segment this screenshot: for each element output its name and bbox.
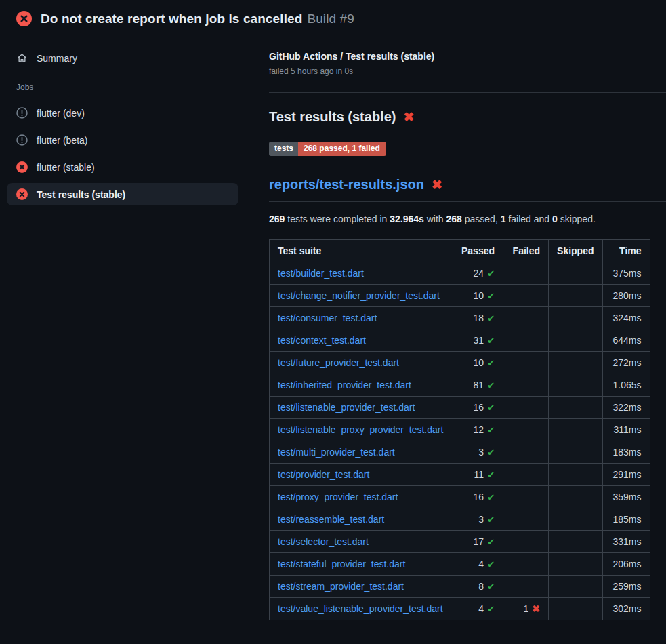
cell-time: 259ms bbox=[602, 576, 650, 598]
summary-part: passed, bbox=[465, 214, 498, 224]
passed-count: 17 bbox=[474, 536, 484, 547]
test-suite-link[interactable]: test/stateful_provider_test.dart bbox=[278, 559, 405, 569]
sidebar-item-test-results-stable[interactable]: Test results (stable) bbox=[7, 183, 238, 205]
cell-time: 644ms bbox=[602, 329, 650, 352]
cell-time: 272ms bbox=[602, 352, 650, 374]
passed-count: 10 bbox=[474, 357, 484, 368]
time-value: 185ms bbox=[612, 514, 641, 525]
summary-part: with bbox=[427, 214, 444, 224]
check-icon: ✔ bbox=[487, 403, 495, 413]
cell-time: 331ms bbox=[602, 531, 650, 553]
test-suite-link[interactable]: test/value_listenable_provider_test.dart bbox=[278, 603, 443, 614]
cell-test-suite: test/listenable_proxy_provider_test.dart bbox=[270, 419, 453, 441]
summary-skipped: 0 bbox=[552, 214, 558, 224]
cell-failed bbox=[503, 285, 549, 307]
breadcrumb: GitHub Actions / Test results (stable) bbox=[269, 51, 666, 62]
table-row: test/multi_provider_test.dart3✔183ms bbox=[270, 441, 650, 464]
check-icon: ✔ bbox=[487, 425, 495, 435]
check-icon: ✔ bbox=[487, 537, 495, 547]
test-suite-link[interactable]: test/selector_test.dart bbox=[278, 536, 369, 547]
failed-run-status-icon bbox=[16, 11, 32, 26]
summary-passed: 268 bbox=[446, 214, 462, 224]
passed-count: 8 bbox=[478, 581, 484, 592]
cell-failed bbox=[503, 441, 549, 464]
test-suite-link[interactable]: test/provider_test.dart bbox=[278, 469, 369, 480]
passed-count: 3 bbox=[478, 514, 484, 525]
section-title: Test results (stable) ✖ bbox=[269, 109, 666, 125]
summary-part: tests were completed in bbox=[287, 214, 387, 224]
tests-badge[interactable]: tests 268 passed, 1 failed bbox=[269, 142, 386, 156]
divider bbox=[269, 92, 666, 93]
sidebar-item-flutter-stable[interactable]: flutter (stable) bbox=[7, 156, 238, 178]
home-icon bbox=[16, 52, 28, 64]
test-suite-link[interactable]: test/listenable_provider_test.dart bbox=[278, 402, 415, 413]
table-row: test/proxy_provider_test.dart16✔359ms bbox=[270, 486, 650, 508]
stopped-circle-icon bbox=[16, 107, 28, 119]
time-value: 644ms bbox=[612, 335, 641, 346]
sidebar-item-summary[interactable]: Summary bbox=[7, 47, 238, 69]
time-value: 324ms bbox=[612, 313, 641, 323]
table-row: test/listenable_proxy_provider_test.dart… bbox=[270, 419, 650, 441]
results-table: Test suite Passed Failed Skipped Time te… bbox=[269, 239, 650, 620]
cell-passed: 12✔ bbox=[453, 419, 503, 441]
tests-badge-value: 268 passed, 1 failed bbox=[298, 142, 386, 156]
cell-skipped bbox=[549, 262, 602, 285]
report-file-link[interactable]: reports/test-results.json bbox=[269, 177, 424, 193]
cell-test-suite: test/multi_provider_test.dart bbox=[270, 441, 453, 464]
cell-failed bbox=[503, 352, 549, 374]
col-header-skipped: Skipped bbox=[549, 240, 602, 262]
test-suite-link[interactable]: test/stream_provider_test.dart bbox=[278, 581, 404, 592]
cell-skipped bbox=[549, 329, 602, 352]
cell-time: 359ms bbox=[602, 486, 650, 508]
cell-failed bbox=[503, 553, 549, 576]
test-suite-link[interactable]: test/future_provider_test.dart bbox=[278, 357, 399, 368]
table-row: test/selector_test.dart17✔331ms bbox=[270, 531, 650, 553]
job-label: flutter (beta) bbox=[37, 135, 87, 146]
cell-failed bbox=[503, 486, 549, 508]
cell-passed: 4✔ bbox=[453, 598, 503, 620]
test-suite-link[interactable]: test/context_test.dart bbox=[278, 335, 366, 346]
cell-passed: 11✔ bbox=[453, 464, 503, 486]
cell-skipped bbox=[549, 285, 602, 307]
test-suite-link[interactable]: test/listenable_proxy_provider_test.dart bbox=[278, 424, 443, 435]
tests-badge-label: tests bbox=[269, 142, 298, 156]
time-value: 302ms bbox=[612, 603, 641, 614]
stopped-circle-icon bbox=[16, 134, 28, 146]
passed-count: 4 bbox=[478, 559, 484, 569]
test-suite-link[interactable]: test/proxy_provider_test.dart bbox=[278, 491, 398, 502]
time-value: 1.065s bbox=[612, 380, 641, 390]
cell-test-suite: test/proxy_provider_test.dart bbox=[270, 486, 453, 508]
cell-skipped bbox=[549, 531, 602, 553]
jobs-list: flutter (dev)flutter (beta)flutter (stab… bbox=[7, 102, 238, 205]
cell-skipped bbox=[549, 553, 602, 576]
cell-skipped bbox=[549, 419, 602, 441]
layout: Summary Jobs flutter (dev)flutter (beta)… bbox=[0, 33, 666, 620]
test-suite-link[interactable]: test/change_notifier_provider_test.dart bbox=[278, 290, 440, 301]
cell-skipped bbox=[549, 441, 602, 464]
cell-skipped bbox=[549, 397, 602, 419]
sidebar-item-flutter-dev[interactable]: flutter (dev) bbox=[7, 102, 238, 124]
sidebar: Summary Jobs flutter (dev)flutter (beta)… bbox=[0, 33, 264, 210]
main-content: GitHub Actions / Test results (stable) f… bbox=[264, 33, 666, 620]
cell-passed: 24✔ bbox=[453, 262, 503, 285]
cell-passed: 10✔ bbox=[453, 352, 503, 374]
check-icon: ✔ bbox=[487, 380, 495, 390]
cell-test-suite: test/context_test.dart bbox=[270, 329, 453, 352]
table-row: test/value_listenable_provider_test.dart… bbox=[270, 598, 650, 620]
test-suite-link[interactable]: test/consumer_test.dart bbox=[278, 313, 377, 323]
cell-skipped bbox=[549, 352, 602, 374]
test-suite-link[interactable]: test/multi_provider_test.dart bbox=[278, 447, 395, 458]
test-suite-link[interactable]: test/builder_test.dart bbox=[278, 268, 364, 279]
cell-skipped bbox=[549, 374, 602, 397]
time-value: 359ms bbox=[612, 491, 641, 502]
cell-time: 302ms bbox=[602, 598, 650, 620]
cell-failed bbox=[503, 329, 549, 352]
test-suite-link[interactable]: test/inherited_provider_test.dart bbox=[278, 380, 411, 390]
test-suite-link[interactable]: test/reassemble_test.dart bbox=[278, 514, 384, 525]
cell-time: 185ms bbox=[602, 508, 650, 531]
sidebar-item-label: Summary bbox=[37, 53, 77, 64]
sidebar-item-flutter-beta[interactable]: flutter (beta) bbox=[7, 129, 238, 151]
cell-failed bbox=[503, 419, 549, 441]
build-number: Build #9 bbox=[307, 12, 354, 26]
col-header-time: Time bbox=[602, 240, 650, 262]
